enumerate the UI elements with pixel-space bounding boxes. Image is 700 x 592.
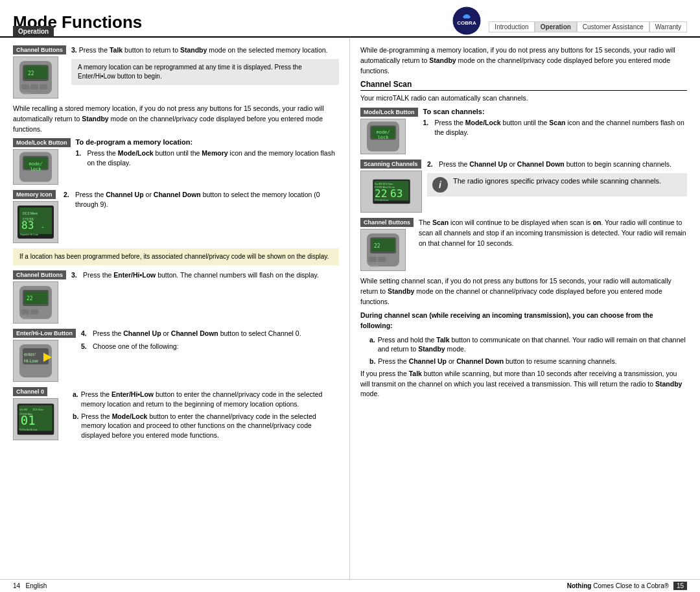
svg-rect-57 [369,257,377,262]
svg-text:enter/: enter/ [24,352,36,357]
scan-steps-text: To scan channels: 1. Press the Mode/Lock… [423,108,688,141]
deprogram-section: Mode/Lock Button mode/ lock To de-progra… [13,138,339,442]
svg-text:Squelch Hi Low: Squelch Hi Low [20,233,38,236]
svg-text:lock: lock [30,167,42,172]
footer-tagline-bold: Nothing [567,582,592,589]
memory-display-icon: DCS Mem CTCSS 83 - Squelch Hi Low [16,204,55,240]
footer-page-num-left: 14 [13,582,20,589]
svg-text:83: 83 [21,219,34,231]
enter-hi-low-device-img: enter/ Hi-Low [13,340,58,382]
scan-channel-buttons-image-box: Channel Buttons 22 Cobra [360,218,414,271]
step2-item: 2. Press the Channel Up or Channel Down … [64,190,339,209]
memory-icon-block: Memory Icon DCS Mem CTCSS 83 - Squelch H… [13,190,339,243]
channel-buttons-top-block: Channel Buttons 22 Cobra 3. Press th [13,45,339,99]
svg-text:63: 63 [390,187,402,200]
svg-text:-: - [41,223,45,230]
scan-mode-lock-device-img: mode/ lock [360,119,406,154]
scan-mode-lock-icon: mode/ lock [364,119,402,154]
footer-tagline-rest: Comes Close to a Cobra [591,582,664,589]
right-intro-para: While de-programming a memory location, … [360,45,687,76]
svg-text:Cobra: Cobra [22,91,31,95]
radio-device-2-icon: 22 Cobra [16,285,55,320]
note-privacy: i The radio ignores specific privacy cod… [427,173,687,196]
mode-lock-device-img: mode/ lock [13,149,58,185]
channel-buttons-device-img: 22 Cobra [13,56,58,99]
svg-text:01: 01 [21,414,36,427]
channel-buttons-2-block: Channel Buttons 22 Cobra [13,270,339,324]
memory-icon-image-box: Memory Icon DCS Mem CTCSS 83 - Squelch H… [13,190,58,243]
sub-step-a: a. Press the Enter/Hi•Low button to ente… [73,390,339,408]
scan-body-1: The Scan icon will continue to be displa… [419,218,687,248]
scan-radio-icon: 22 Cobra [364,232,402,268]
during-a: a. Press and hold the Talk button to com… [369,335,687,354]
radio-device-icon: 22 Cobra [16,60,55,95]
cobra-logo-icon: COBRA [451,5,482,36]
svg-rect-26 [21,309,29,314]
mode-lock-block: Mode/Lock Button mode/ lock To de-progra… [13,138,339,185]
channel-0-block: Channel 0 Vox WX DCS Scan CTCSS Mem 01 P… [13,387,339,442]
memory-icon-label: Memory Icon [13,190,56,199]
during-list: a. Press and hold the Talk button to com… [360,335,687,366]
scan-channel-buttons-block: Channel Buttons 22 Cobra The Scan icon w… [360,218,687,271]
step5-item: 5. Choose one of the following: [81,342,339,351]
step4-item: 4. Press the Channel Up or Channel Down … [81,329,339,338]
step2-text: 2. Press the Channel Up or Channel Down … [64,190,339,213]
scanning-channels-block: Scanning Channels Vox WX DCS Scan CTCSS … [360,160,687,213]
channel-scan-heading: Channel Scan [360,80,687,91]
enter-hi-low-label: Enter/Hi-Low Button [13,329,76,338]
channel-buttons-top-label: Channel Buttons [13,45,66,54]
step3-deprogram-item: 3. Press the Enter/Hi•Low button. The ch… [71,270,339,280]
channel-buttons-top-image: Channel Buttons 22 Cobra [13,45,66,99]
nav-warranty[interactable]: Warranty [649,21,687,32]
footer-left: 14 English [13,582,47,589]
note-reprog: A memory location can be reprogrammed at… [71,59,339,85]
scanning-display-icon: Vox WX DCS Scan CTCSS Mem Hi Low 22 63 P… [372,174,411,209]
channel-0-image-box: Channel 0 Vox WX DCS Scan CTCSS Mem 01 P… [13,387,58,440]
scan-body-2: While setting channel scan, if you do no… [360,276,687,307]
step3-content: 3. Press the Enter/Hi•Low button. The ch… [71,270,339,284]
page-footer: 14 English Nothing Comes Close to a Cobr… [0,579,700,592]
nav-operation[interactable]: Operation [535,21,577,32]
svg-text:Cobra: Cobra [369,264,379,268]
svg-text:DCS Scan: DCS Scan [33,408,43,411]
main-content: Channel Buttons 22 Cobra 3. Press th [0,38,700,579]
channel-0-label: Channel 0 [13,387,47,396]
svg-text:lock: lock [378,135,390,140]
footer-page-num-right: 15 [673,582,687,590]
svg-text:Vox WX DCS Scan: Vox WX DCS Scan [375,183,393,185]
scan-step-2: 2. Press the Channel Up or Channel Down … [427,160,687,169]
footer-lang: English [25,582,47,589]
during-b: b. Press the Channel Up or Channel Down … [369,357,687,366]
nav-introduction[interactable]: Introduction [489,21,534,32]
step1-item: 1. Press the Mode/Lock button until the … [76,148,340,167]
svg-rect-6 [21,84,29,89]
scanning-channels-image-box: Scanning Channels Vox WX DCS Scan CTCSS … [360,160,422,213]
left-column: Channel Buttons 22 Cobra 3. Press th [0,38,350,579]
svg-text:Cobra: Cobra [22,316,31,320]
channel-0-device-img: Vox WX DCS Scan CTCSS Mem 01 Pr Per Set … [13,398,58,440]
left-intro-para: While recalling a stored memory location… [13,104,339,134]
during-heading: During channel scan (while receiving an … [360,311,687,331]
svg-rect-27 [30,309,38,314]
channel-buttons-2-image-box: Channel Buttons 22 Cobra [13,270,66,324]
scan-step2-text: 2. Press the Channel Up or Channel Down … [427,160,687,202]
svg-text:22: 22 [27,296,33,302]
svg-text:DCS Mem: DCS Mem [23,211,38,215]
note-location: If a location has been programmed before… [13,248,339,265]
enter-hi-low-image-box: Enter/Hi-Low Button enter/ Hi-Low [13,329,76,382]
svg-text:mode/: mode/ [29,161,42,167]
svg-text:Vox WX: Vox WX [19,408,28,411]
svg-rect-8 [40,84,47,89]
memory-icon-device-img: DCS Mem CTCSS 83 - Squelch Hi Low [13,201,58,243]
deprogram-heading-text: To de-program a memory location: 1. Pres… [76,138,340,171]
nav-customer-assistance[interactable]: Customer Assistance [577,21,649,32]
mode-lock-image-box: Mode/Lock Button mode/ lock [13,138,71,185]
footer-trademark: ® [664,582,669,589]
channel-buttons-2-device-img: 22 Cobra [13,281,58,324]
scan-intro: Your microTALK radio can automatically s… [360,93,687,104]
header-nav: Introduction Operation Customer Assistan… [489,21,687,36]
page-title: Mode Functions [13,12,451,36]
footer-right: Nothing Comes Close to a Cobra® 15 [567,582,687,589]
scanning-channels-device-img: Vox WX DCS Scan CTCSS Mem Hi Low 22 63 P… [360,171,422,213]
scan-mode-lock-image-box: Mode/Lock Button mode/ lock [360,108,418,154]
